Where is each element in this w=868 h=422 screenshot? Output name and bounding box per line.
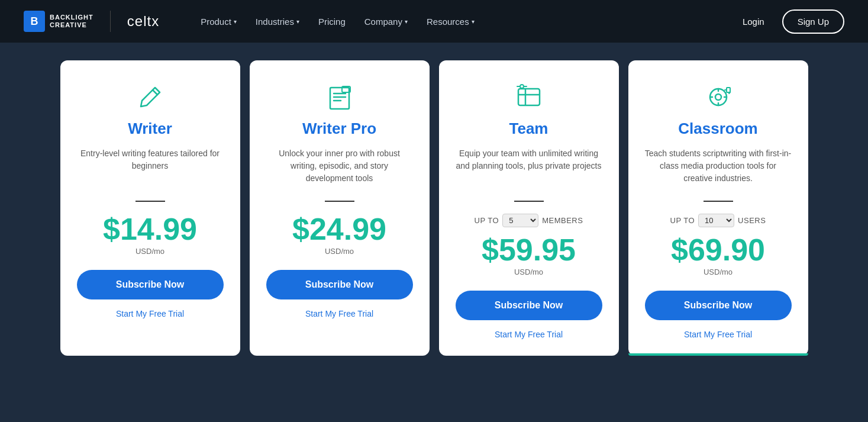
writer-pro-price: $24.99 <box>292 214 386 244</box>
team-members-suffix: MEMBERS <box>542 216 583 225</box>
team-trial-link[interactable]: Start My Free Trial <box>495 330 563 339</box>
team-subscribe-button[interactable]: Subscribe Now <box>456 291 602 320</box>
team-icon <box>514 82 544 112</box>
classroom-members-prefix: UP TO <box>670 216 695 225</box>
navbar: B BACKLIGHT CREATIVE celtx Product ▾ Ind… <box>0 0 868 43</box>
writer-pro-desc: Unlock your inner pro with robust writin… <box>266 147 413 186</box>
svg-point-8 <box>520 85 524 88</box>
navbar-actions: Login Sign Up <box>734 9 844 34</box>
brand-name-line1: BACKLIGHT <box>50 14 93 21</box>
writer-pro-divider <box>325 201 354 202</box>
classroom-icon <box>703 82 734 112</box>
chevron-down-icon: ▾ <box>472 18 475 25</box>
classroom-members-suffix: USERS <box>738 216 766 225</box>
classroom-members-select[interactable]: 10 20 30 40 50 <box>698 214 734 227</box>
brand-name-line2: CREATIVE <box>50 21 93 29</box>
classroom-members-row: UP TO 10 20 30 40 50 USERS <box>670 214 766 227</box>
nav-item-resources[interactable]: Resources ▾ <box>418 12 483 31</box>
brand-divider <box>110 11 111 32</box>
pricing-section: Writer Entry-level writing features tail… <box>0 43 868 422</box>
writer-pro-subscribe-button[interactable]: Subscribe Now <box>266 270 413 299</box>
classroom-bottom-accent <box>628 353 808 356</box>
classroom-price: $69.90 <box>671 234 765 265</box>
pricing-card-writer: Writer Entry-level writing features tail… <box>60 60 240 356</box>
writer-divider <box>135 201 165 202</box>
svg-rect-5 <box>518 89 540 105</box>
team-members-prefix: UP TO <box>475 216 499 225</box>
brand-icon: B <box>24 11 45 32</box>
chevron-down-icon: ▾ <box>405 18 408 25</box>
nav-item-product[interactable]: Product ▾ <box>192 12 245 31</box>
pricing-card-writer-pro: Writer Pro Unlock your inner pro with ro… <box>250 60 430 356</box>
team-price: $59.95 <box>482 234 576 265</box>
writer-icon <box>135 82 166 112</box>
brand-text: BACKLIGHT CREATIVE <box>50 14 93 29</box>
writer-pro-title: Writer Pro <box>302 120 376 138</box>
pricing-cards: Writer Entry-level writing features tail… <box>56 60 813 356</box>
writer-period: USD/mo <box>135 247 164 256</box>
writer-pro-icon <box>324 82 355 112</box>
classroom-divider <box>704 201 733 202</box>
login-button[interactable]: Login <box>734 12 773 31</box>
svg-point-12 <box>715 94 721 100</box>
chevron-down-icon: ▾ <box>296 18 299 25</box>
classroom-trial-link[interactable]: Start My Free Trial <box>684 330 752 339</box>
writer-pro-trial-link[interactable]: Start My Free Trial <box>305 309 373 318</box>
classroom-desc: Teach students scriptwriting with first-… <box>645 147 792 186</box>
classroom-period: USD/mo <box>704 268 733 276</box>
team-desc: Equip your team with unlimited writing a… <box>456 147 602 186</box>
writer-subscribe-button[interactable]: Subscribe Now <box>77 270 224 299</box>
chevron-down-icon: ▾ <box>234 18 237 25</box>
navbar-nav: Product ▾ Industries ▾ Pricing Company ▾… <box>192 12 734 31</box>
brand-celtx: celtx <box>127 13 159 30</box>
signup-button[interactable]: Sign Up <box>782 9 844 34</box>
brand-logo-group: B BACKLIGHT CREATIVE <box>24 11 93 32</box>
team-divider <box>514 201 544 202</box>
writer-title: Writer <box>128 120 172 138</box>
svg-line-19 <box>729 92 730 94</box>
brand-logo: B BACKLIGHT CREATIVE celtx <box>24 11 159 32</box>
nav-item-pricing[interactable]: Pricing <box>310 12 354 31</box>
pricing-card-team: Team Equip your team with unlimited writ… <box>439 60 619 356</box>
team-title: Team <box>509 120 548 138</box>
svg-rect-0 <box>330 88 349 109</box>
pricing-card-classroom: Classroom Teach students scriptwriting w… <box>628 60 808 356</box>
team-members-row: UP TO 5 10 15 20 25 MEMBERS <box>475 214 583 227</box>
writer-trial-link[interactable]: Start My Free Trial <box>116 309 184 318</box>
team-period: USD/mo <box>514 268 543 276</box>
nav-item-company[interactable]: Company ▾ <box>356 12 416 31</box>
classroom-subscribe-button[interactable]: Subscribe Now <box>645 291 792 320</box>
classroom-title: Classroom <box>678 120 757 138</box>
writer-desc: Entry-level writing features tailored fo… <box>77 147 224 186</box>
team-members-select[interactable]: 5 10 15 20 25 <box>502 214 538 227</box>
writer-price: $14.99 <box>103 214 197 244</box>
nav-item-industries[interactable]: Industries ▾ <box>247 12 308 31</box>
writer-pro-period: USD/mo <box>325 247 354 256</box>
